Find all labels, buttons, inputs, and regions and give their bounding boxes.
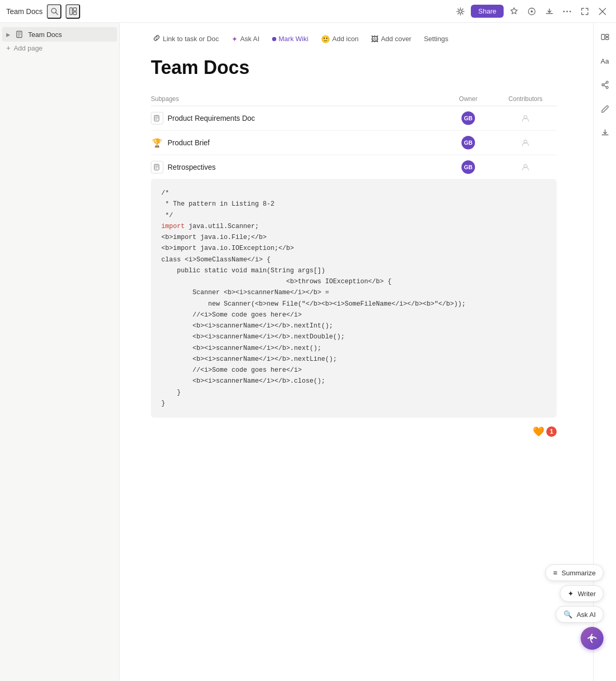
subpages-col-owner: Owner [442, 95, 494, 103]
share-button[interactable]: Share [471, 5, 504, 18]
sidebar-item-team-docs[interactable]: ▶ Team Docs [2, 27, 117, 42]
font-size-btn[interactable]: Aa [597, 53, 613, 69]
subpages-col-contrib: Contributors [494, 95, 557, 103]
subpages-header: Subpages Owner Contributors [151, 93, 557, 106]
reaction-heart[interactable]: 🧡 1 [533, 426, 557, 437]
image-icon: 🖼 [371, 35, 378, 43]
doc-icon-1 [151, 112, 163, 124]
reaction-count: 1 [546, 426, 557, 437]
svg-point-17 [567, 10, 568, 12]
ask-ai-btn[interactable]: ✦ Ask AI [229, 34, 262, 44]
ask-ai-float-btn[interactable]: 🔍 Ask AI [556, 606, 604, 623]
sidebar-add-page[interactable]: + Add page [2, 42, 117, 54]
share-panel-btn[interactable] [597, 77, 613, 93]
topbar-right: Share [453, 4, 610, 19]
svg-rect-3 [73, 8, 76, 11]
star-icon-btn[interactable] [507, 4, 521, 19]
page-title: Team Docs [151, 57, 557, 79]
wiki-dot-icon [272, 37, 276, 41]
ai-icon: ✦ [232, 35, 238, 43]
link-to-task-btn[interactable]: Link to task or Doc [151, 33, 221, 44]
link-to-task-label: Link to task or Doc [163, 35, 219, 43]
svg-rect-31 [155, 165, 159, 170]
sun-icon-btn[interactable] [453, 4, 468, 19]
layout-icon-btn[interactable] [66, 4, 80, 19]
code-block: /* * The pattern in Listing 8-2 */ impor… [151, 180, 557, 418]
svg-point-18 [570, 10, 571, 12]
content-area: Link to task or Doc ✦ Ask AI Mark Wiki 🙂… [120, 23, 593, 681]
contrib-icon-2 [520, 137, 531, 148]
svg-point-15 [531, 10, 533, 12]
subpage-contrib-3 [494, 162, 557, 172]
svg-rect-37 [606, 34, 609, 36]
emoji-icon: 🙂 [321, 35, 330, 43]
contrib-icon-3 [520, 162, 531, 172]
search-icon-btn[interactable] [47, 4, 61, 19]
add-icon-btn[interactable]: 🙂 Add icon [319, 34, 361, 44]
edit-panel-btn[interactable] [597, 101, 613, 117]
subpage-name-1: Product Requirements Doc [151, 112, 442, 124]
svg-point-5 [459, 10, 462, 13]
subpage-row-retrospectives[interactable]: Retrospectives GB [151, 155, 557, 180]
svg-rect-25 [155, 116, 159, 121]
writer-label: Writer [578, 590, 596, 598]
writer-icon: ✦ [568, 589, 574, 598]
svg-line-11 [463, 13, 464, 14]
expand-icon-btn[interactable] [578, 4, 592, 19]
more-icon-btn[interactable] [560, 4, 574, 19]
main-layout: ▶ Team Docs + Add page Link to task or D… [0, 23, 616, 681]
svg-rect-36 [601, 34, 605, 40]
add-page-label: Add page [14, 44, 43, 52]
font-size-label: Aa [601, 57, 609, 65]
avatar-1: GB [461, 111, 475, 125]
floating-buttons: ≡ Summarize ✦ Writer 🔍 Ask AI [545, 564, 604, 650]
subpages-col-name: Subpages [151, 95, 442, 103]
summarize-icon: ≡ [553, 569, 557, 577]
trophy-icon-2: 🏆 [151, 136, 163, 149]
svg-line-13 [458, 13, 459, 14]
settings-label: Settings [424, 35, 448, 43]
doc-icon [15, 29, 25, 40]
writer-btn[interactable]: ✦ Writer [560, 585, 604, 602]
svg-line-42 [604, 83, 606, 84]
sidebar-item-label: Team Docs [28, 31, 62, 39]
avatar-3: GB [461, 160, 475, 174]
heart-emoji: 🧡 [533, 426, 544, 437]
subpage-contrib-2 [494, 137, 557, 148]
layout-toggle-btn[interactable] [597, 29, 613, 45]
download-icon-btn[interactable] [542, 4, 557, 19]
subpage-row-product-requirements[interactable]: Product Requirements Doc GB [151, 106, 557, 131]
subpages-section: Subpages Owner Contributors Product Requ… [151, 93, 557, 180]
add-cover-label: Add cover [381, 35, 412, 43]
subpage-owner-2: GB [442, 136, 494, 149]
subpage-row-product-brief[interactable]: 🏆 Product Brief GB [151, 131, 557, 155]
topbar-title: Team Docs [6, 7, 43, 16]
ai-fab-btn[interactable] [581, 627, 604, 650]
plus-icon: + [6, 44, 10, 52]
doc-icon-3 [151, 161, 163, 173]
doc-toolbar: Link to task or Doc ✦ Ask AI Mark Wiki 🙂… [151, 33, 557, 44]
add-cover-btn[interactable]: 🖼 Add cover [369, 34, 414, 44]
svg-line-10 [458, 9, 459, 10]
export-panel-btn[interactable] [597, 125, 613, 141]
reactions-row: 🧡 1 [151, 426, 557, 437]
topbar-left: Team Docs [6, 4, 80, 19]
activity-icon-btn[interactable] [524, 4, 539, 19]
ask-ai-icon: 🔍 [563, 610, 572, 619]
avatar-2: GB [461, 136, 475, 149]
svg-line-12 [463, 9, 464, 10]
contrib-icon-1 [520, 113, 531, 123]
sidebar: ▶ Team Docs + Add page [0, 23, 120, 681]
summarize-btn[interactable]: ≡ Summarize [545, 564, 604, 581]
close-icon-btn[interactable] [595, 4, 610, 19]
svg-rect-2 [70, 8, 72, 15]
subpage-name-2: 🏆 Product Brief [151, 136, 442, 149]
svg-rect-38 [606, 37, 609, 40]
mark-wiki-btn[interactable]: Mark Wiki [270, 34, 311, 44]
svg-line-1 [56, 12, 58, 15]
chevron-right-icon: ▶ [6, 32, 10, 37]
settings-btn[interactable]: Settings [422, 34, 451, 44]
ask-ai-float-label: Ask AI [576, 611, 596, 619]
subpage-label-2: Product Brief [168, 138, 210, 147]
subpage-owner-1: GB [442, 111, 494, 125]
